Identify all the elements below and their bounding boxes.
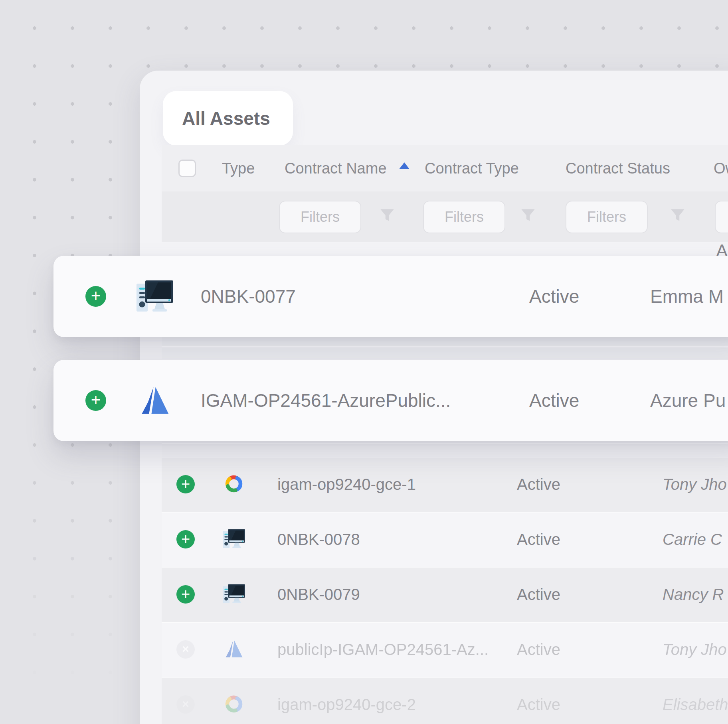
contract-status: Active [529, 286, 579, 307]
remove-button[interactable] [176, 695, 195, 714]
filter-funnel-icon[interactable] [520, 208, 536, 223]
azure-icon [222, 638, 245, 660]
table-row[interactable]: igam-op9240-gce-1 Active Tony Jho [162, 457, 728, 512]
add-button[interactable] [176, 530, 195, 548]
row-separator [162, 443, 728, 444]
column-header-contract-name[interactable]: Contract Name [285, 160, 387, 177]
filter-placeholder: Filters [445, 209, 484, 225]
tab-label: All Assets [182, 108, 270, 129]
filter-input-contract-type[interactable]: Filters [423, 201, 505, 233]
owner-name: Nancy R [663, 586, 724, 604]
table-row[interactable]: publicIp-IGAM-OP24561-Az... Active Tony … [162, 622, 728, 677]
filter-row: Filters Filters Filters [162, 191, 728, 242]
add-button[interactable] [85, 390, 106, 411]
table-row[interactable]: igam-op9240-gce-2 Active Elisabeth [162, 677, 728, 724]
add-button[interactable] [176, 585, 195, 604]
select-all-checkbox[interactable] [178, 160, 196, 177]
contract-status: Active [529, 390, 579, 411]
column-header-owner[interactable]: Ow [714, 160, 728, 177]
desktop-computer-icon [135, 276, 175, 317]
contract-status: Active [517, 586, 560, 604]
contract-status: Active [517, 696, 560, 714]
filter-funnel-icon[interactable] [670, 208, 685, 223]
azure-icon [137, 382, 172, 419]
contract-name: 0NBK-0078 [277, 531, 360, 548]
google-cloud-icon [222, 693, 245, 715]
contract-name: 0NBK-0079 [277, 586, 360, 604]
filter-placeholder: Filters [587, 209, 626, 225]
owner-name: Tony Jho [663, 641, 727, 659]
desktop-computer-icon [222, 583, 245, 605]
filter-funnel-icon[interactable] [380, 208, 395, 223]
filter-input-contract-status[interactable]: Filters [566, 201, 648, 233]
contract-status: Active [517, 475, 560, 493]
remove-button[interactable] [176, 640, 195, 659]
table-header-row: Type Contract Name Contract Type Contrac… [162, 145, 728, 191]
filter-input-contract-name[interactable]: Filters [279, 201, 361, 233]
table-row-sliver [162, 337, 728, 359]
owner-name: Azure Pu [650, 390, 726, 411]
filter-input-owner-partial[interactable] [715, 201, 728, 233]
asset-row-elevated[interactable]: IGAM-OP24561-AzurePublic... Active Azure… [53, 360, 728, 441]
table-row[interactable]: 0NBK-0078 Active Carrie C [162, 512, 728, 567]
asset-row-elevated[interactable]: 0NBK-0077 Active Emma M [53, 256, 728, 337]
tab-all-assets[interactable]: All Assets [163, 91, 293, 146]
column-header-contract-status[interactable]: Contract Status [566, 160, 670, 177]
owner-name: Tony Jho [663, 475, 727, 493]
owner-name: Carrie C [663, 531, 722, 548]
sort-ascending-icon [399, 162, 410, 169]
contract-name: 0NBK-0077 [201, 286, 296, 307]
owner-name: Elisabeth [663, 696, 728, 714]
google-cloud-icon [222, 473, 245, 495]
add-button[interactable] [85, 286, 106, 307]
table-row[interactable]: 0NBK-0079 Active Nancy R [162, 567, 728, 622]
contract-status: Active [517, 641, 560, 659]
filter-placeholder: Filters [301, 209, 340, 225]
contract-name: publicIp-IGAM-OP24561-Az... [277, 641, 489, 659]
contract-name: IGAM-OP24561-AzurePublic... [201, 390, 451, 411]
contract-name: igam-op9240-gce-2 [277, 696, 416, 714]
contract-name: igam-op9240-gce-1 [277, 475, 416, 493]
desktop-computer-icon [222, 528, 245, 550]
row-separator [162, 346, 728, 347]
add-button[interactable] [176, 475, 195, 493]
column-header-contract-type[interactable]: Contract Type [425, 160, 519, 177]
column-header-type[interactable]: Type [222, 160, 255, 177]
contract-status: Active [517, 531, 560, 548]
owner-name: Emma M [650, 286, 724, 307]
background: All Assets Type Contract Name Contract T… [0, 0, 728, 724]
